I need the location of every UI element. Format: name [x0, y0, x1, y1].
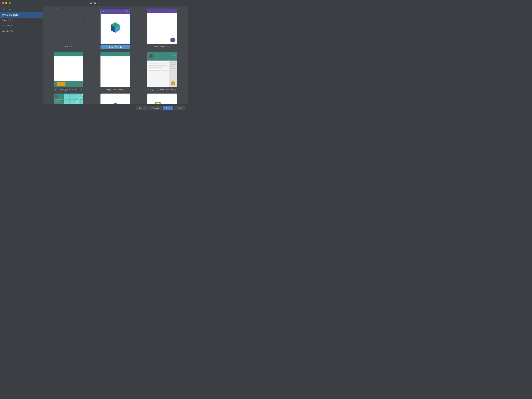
android-logo-icon — [109, 22, 121, 33]
finish-button[interactable]: Finish — [174, 106, 185, 110]
table-right — [64, 93, 83, 104]
basic-views-preview: ← ⋮ + — [147, 9, 177, 44]
next-button[interactable]: Next — [163, 106, 173, 110]
nav-drawer-label: Navigation Drawer Views Activity — [148, 88, 176, 91]
bottom-nav-header: ← ⋮ — [54, 52, 83, 56]
sidebar-item-phone-tablet[interactable]: Phone and Tablet — [0, 12, 43, 18]
empty-activity-preview: ← ⋮ — [101, 9, 130, 44]
sidebar-item-wear-os[interactable]: Wear OS — [0, 18, 43, 23]
window-controls — [2, 2, 11, 4]
cancel-button[interactable]: Cancel — [136, 106, 148, 110]
template-native-cpp[interactable]: Native C++ — [141, 93, 183, 104]
empty-views-header: ← — [101, 52, 130, 56]
fab-icon: + — [170, 38, 175, 42]
more-options-icon3: ⋮ — [79, 53, 82, 55]
window-title: New Project — [89, 2, 99, 4]
table-left-panel — [54, 93, 64, 104]
sidebar-item-android-tv[interactable]: Android TV — [0, 23, 43, 28]
maximize-button[interactable] — [9, 2, 11, 4]
sidebar-item-automotive[interactable]: Automotive — [0, 28, 43, 34]
more-options-icon5: ⋮ — [173, 55, 175, 57]
template-game[interactable]: Game Activity — [94, 93, 137, 104]
nav-drawer-body: + — [147, 60, 177, 87]
bottom-nav-preview: ← ⋮ — [54, 52, 83, 87]
svg-rect-5 — [64, 93, 83, 104]
template-bottom-nav[interactable]: ← ⋮ Bottom Navigation Views Activity — [47, 52, 90, 91]
template-basic-views[interactable]: ← ⋮ + Basic Views Activity — [141, 9, 183, 49]
bottom-nav-label: Bottom Navigation Views Activity — [55, 88, 82, 91]
basic-views-header: ← ⋮ — [147, 9, 177, 13]
empty-views-body — [101, 56, 130, 87]
sidebar-label: Templates — [0, 7, 43, 12]
minimize-button[interactable] — [5, 2, 7, 4]
empty-activity-header: ← ⋮ — [101, 9, 130, 14]
back-arrow-icon4: ← — [102, 53, 104, 55]
template-empty-views[interactable]: ← Empty Views Activity — [94, 52, 137, 91]
title-bar: New Project — [0, 0, 188, 6]
content-area: No Activity ← ⋮ — [43, 6, 188, 104]
no-activity-label: No Activity — [64, 45, 73, 47]
no-activity-preview — [54, 9, 83, 44]
footer: Cancel Previous Next Finish — [0, 104, 188, 112]
template-nav-drawer[interactable]: ⋮ — [141, 52, 183, 91]
empty-views-label: Empty Views Activity — [107, 88, 124, 91]
responsive-table-preview: + — [54, 93, 83, 104]
nav-drawer-circle — [149, 54, 153, 58]
table-diagonal-icon — [64, 93, 83, 104]
gamepad-icon — [108, 102, 123, 104]
more-options-icon: ⋮ — [126, 10, 128, 13]
more-options-icon2: ⋮ — [173, 10, 175, 13]
sidebar: Templates Phone and Tablet Wear OS Andro… — [0, 6, 43, 104]
template-no-activity[interactable]: No Activity — [47, 9, 90, 49]
template-responsive-table[interactable]: + Responsive Views Activity — [47, 93, 90, 104]
nav-drawer-header: ⋮ — [147, 52, 177, 60]
basic-views-body: + — [147, 13, 177, 44]
nav-drawer-preview: ⋮ — [147, 52, 177, 87]
template-empty-activity[interactable]: ← ⋮ — [94, 9, 137, 49]
previous-button[interactable]: Previous — [149, 106, 162, 110]
basic-views-label: Basic Views Activity — [154, 45, 171, 47]
back-arrow-icon3: ← — [55, 53, 57, 55]
empty-activity-body — [101, 14, 130, 44]
cpp-logo-icon — [155, 101, 170, 104]
templates-grid: No Activity ← ⋮ — [43, 6, 188, 104]
empty-views-preview: ← — [101, 52, 130, 87]
bottom-nav-active-item — [57, 82, 65, 86]
main-content: Templates Phone and Tablet Wear OS Andro… — [0, 6, 188, 104]
back-arrow-icon2: ← — [149, 10, 151, 12]
empty-activity-label: Empty Activity — [101, 45, 130, 49]
drawer-fab-icon: + — [171, 81, 175, 85]
native-cpp-preview — [147, 93, 177, 104]
back-arrow-icon: ← — [102, 10, 104, 13]
close-button[interactable] — [2, 2, 4, 4]
bottom-nav-body — [54, 56, 83, 87]
game-activity-preview — [101, 93, 130, 104]
bottom-nav-bar — [54, 81, 83, 87]
